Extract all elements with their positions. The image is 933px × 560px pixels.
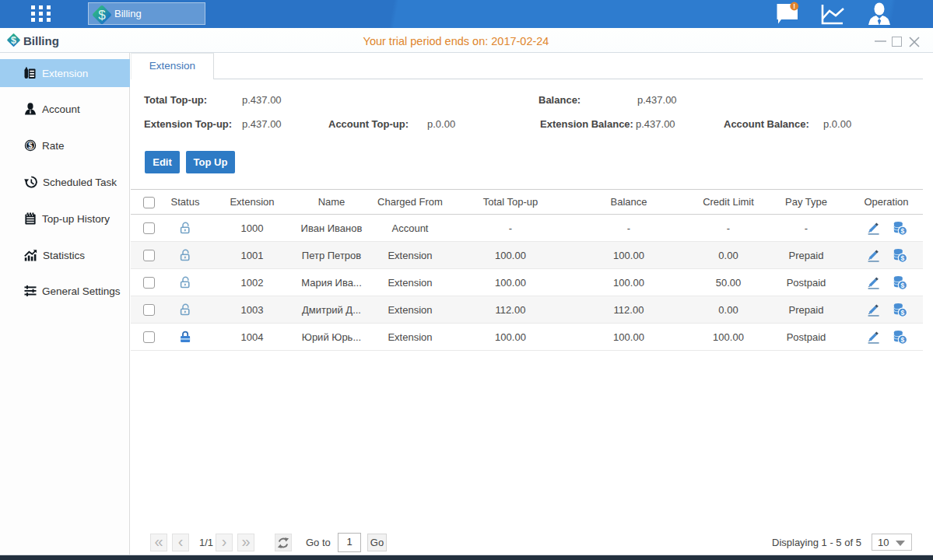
- svg-text:$: $: [28, 142, 33, 150]
- svg-text:$: $: [98, 8, 106, 23]
- svg-text:!: !: [793, 2, 795, 10]
